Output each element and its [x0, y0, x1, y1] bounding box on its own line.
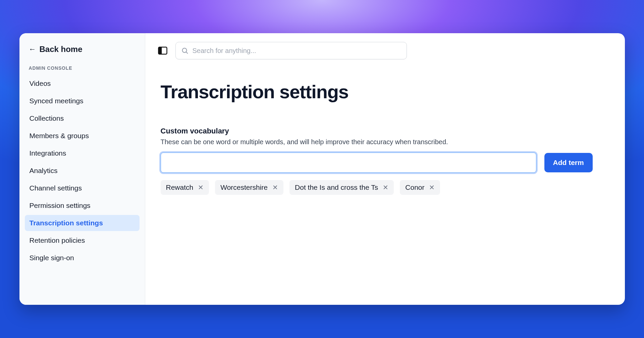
search-icon	[181, 47, 189, 54]
vocab-chip: Conor ✕	[400, 180, 440, 195]
remove-chip-icon[interactable]: ✕	[383, 184, 388, 191]
custom-vocabulary-description: These can be one word or multiple words,…	[161, 138, 612, 146]
sidebar-item-collections[interactable]: Collections	[25, 110, 140, 126]
back-home-link[interactable]: ← Back home	[25, 43, 140, 61]
svg-line-4	[186, 52, 187, 53]
custom-vocabulary-title: Custom vocabulary	[161, 127, 612, 135]
arrow-left-icon: ←	[29, 46, 36, 53]
sidebar-item-single-sign-on[interactable]: Single sign-on	[25, 250, 140, 266]
sidebar-section-header: ADMIN CONSOLE	[25, 63, 140, 74]
vocab-chip-label: Conor	[405, 183, 424, 191]
sidebar-item-permission-settings[interactable]: Permission settings	[25, 198, 140, 214]
remove-chip-icon[interactable]: ✕	[198, 184, 204, 191]
sidebar-item-members-groups[interactable]: Members & groups	[25, 128, 140, 144]
sidebar-item-retention-policies[interactable]: Retention policies	[25, 232, 140, 248]
sidebar-item-integrations[interactable]: Integrations	[25, 145, 140, 161]
vocab-chip: Rewatch ✕	[161, 180, 209, 195]
sidebar-item-transcription-settings[interactable]: Transcription settings	[25, 215, 140, 231]
search-field[interactable]	[175, 42, 407, 59]
app-window: ← Back home ADMIN CONSOLE Videos Synced …	[19, 33, 625, 305]
panel-toggle-icon[interactable]	[158, 47, 167, 55]
vocab-input-row: Add term	[161, 153, 612, 173]
page-title: Transcription settings	[161, 81, 612, 103]
vocab-chip-label: Rewatch	[166, 183, 194, 191]
remove-chip-icon[interactable]: ✕	[429, 184, 435, 191]
sidebar-item-synced-meetings[interactable]: Synced meetings	[25, 93, 140, 109]
vocab-chip: Dot the Is and cross the Ts ✕	[289, 180, 394, 195]
main-content: Transcription settings Custom vocabulary…	[145, 33, 625, 305]
vocab-chip-label: Worcestershire	[220, 183, 268, 191]
add-term-button[interactable]: Add term	[544, 153, 593, 172]
custom-vocabulary-section: Custom vocabulary These can be one word …	[161, 127, 612, 195]
svg-rect-2	[158, 47, 161, 54]
back-home-label: Back home	[40, 45, 83, 54]
remove-chip-icon[interactable]: ✕	[272, 184, 278, 191]
sidebar-item-channel-settings[interactable]: Channel settings	[25, 180, 140, 196]
sidebar-item-videos[interactable]: Videos	[25, 75, 140, 92]
sidebar: ← Back home ADMIN CONSOLE Videos Synced …	[19, 33, 145, 305]
topbar	[158, 42, 612, 59]
vocab-chip: Worcestershire ✕	[215, 180, 283, 195]
search-input[interactable]	[193, 47, 401, 55]
sidebar-item-analytics[interactable]: Analytics	[25, 163, 140, 179]
vocab-term-input[interactable]	[161, 153, 536, 173]
vocab-chip-list: Rewatch ✕ Worcestershire ✕ Dot the Is an…	[161, 180, 612, 195]
vocab-chip-label: Dot the Is and cross the Ts	[295, 183, 378, 191]
